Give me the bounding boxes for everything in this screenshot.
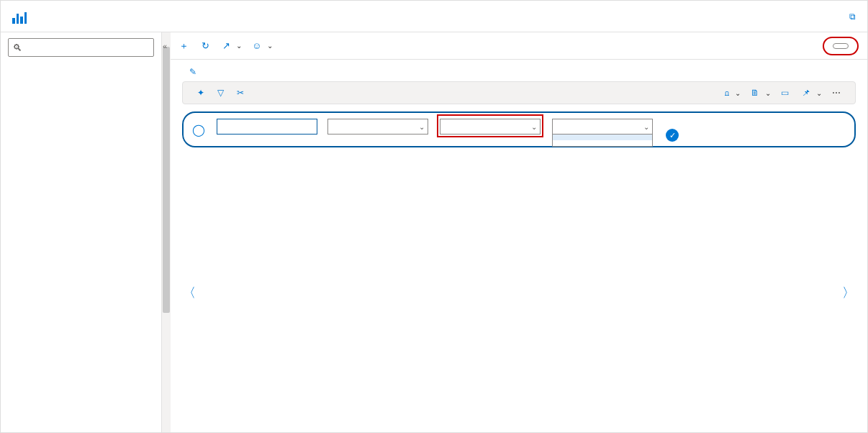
plus-icon: ＋ — [179, 40, 189, 53]
chevron-down-icon: ⌄ — [419, 123, 425, 131]
refresh-icon: ↻ — [202, 40, 209, 51]
namespace-selector[interactable]: ⌄ — [327, 117, 428, 135]
add-filter-button[interactable]: ▽ — [217, 88, 227, 98]
chevron-down-icon: ⌄ — [735, 89, 741, 97]
pin-dashboard-button[interactable]: 📌︎⌄ — [802, 88, 822, 98]
chevron-down-icon: ⌄ — [643, 123, 649, 131]
chevron-down-icon: ⌄ — [816, 89, 822, 97]
add-metric-icon: ✦ — [197, 88, 204, 98]
main-content: ＋ ↻ ↗⌄ ☺⌄ ✎ ✦ ▽ ✂ ⩍⌄ 🗎⌄ ▭ 📌︎⌄ ⋯ ◯ — [171, 32, 867, 432]
monitor-logo-icon — [12, 9, 27, 24]
logs-icon: 🗎 — [751, 88, 759, 98]
namespace-field[interactable]: ⌄ — [327, 119, 428, 135]
scope-icon: ◯ — [192, 117, 207, 132]
metric-selectors: ◯ ⌄ ⌄ ⌄ — [182, 111, 856, 147]
aggregation-dropdown — [552, 135, 653, 147]
edit-title-button[interactable]: ✎ — [189, 67, 196, 77]
sidebar-scrollbar[interactable] — [162, 32, 171, 432]
time-range-picker[interactable] — [833, 43, 849, 49]
chevron-down-icon: ⌄ — [267, 42, 273, 50]
aggregation-field[interactable]: ⌄ — [552, 119, 653, 135]
search-input[interactable] — [25, 42, 149, 53]
refresh-button[interactable]: ↻ — [202, 40, 212, 51]
more-options-button[interactable]: ⋯ — [832, 88, 841, 98]
apply-splitting-button[interactable]: ✂ — [237, 88, 247, 98]
more-icon: ⋯ — [832, 88, 841, 98]
chart-prev-button[interactable]: 〈 — [182, 153, 196, 432]
metric-selector[interactable]: ⌄ — [440, 117, 541, 135]
new-alert-button[interactable]: ▭ — [781, 88, 792, 98]
page-toolbar: ＋ ↻ ↗⌄ ☺⌄ — [171, 32, 867, 60]
aggregation-option-avg[interactable] — [553, 140, 652, 146]
documentation-link[interactable]: ⧉ — [846, 12, 856, 22]
main-layout: 🔍︎ « ＋ ↻ ↗⌄ ☺⌄ ✎ ✦ ▽ ✂ ⩍ — [1, 32, 867, 432]
chevron-down-icon: ⌄ — [236, 42, 242, 50]
aggregation-selector[interactable]: ⌄ — [552, 117, 653, 135]
chart-area: 〈 〉 — [182, 153, 856, 432]
split-icon: ✂ — [237, 88, 244, 98]
pin-icon: 📌︎ — [802, 88, 810, 98]
settings-heading — [1, 73, 161, 83]
line-chart-icon: ⩍ — [725, 88, 729, 98]
new-chart-button[interactable]: ＋ — [179, 40, 191, 53]
scope-field[interactable] — [217, 119, 317, 135]
add-metric-button[interactable]: ✦ — [197, 88, 207, 98]
metric-field[interactable]: ⌄ — [440, 119, 541, 135]
chart-title-row: ✎ — [171, 60, 867, 81]
apply-check-button[interactable]: ✓ — [666, 129, 679, 142]
chart-toolbar: ✦ ▽ ✂ ⩍⌄ 🗎⌄ ▭ 📌︎⌄ ⋯ — [182, 81, 856, 104]
collapse-sidebar-button[interactable]: « — [163, 42, 167, 50]
metric-highlight: ⌄ — [437, 114, 543, 137]
drill-logs-button[interactable]: 🗎⌄ — [751, 88, 771, 98]
sidebar-search[interactable]: 🔍︎ — [8, 38, 154, 57]
alert-icon: ▭ — [781, 88, 789, 98]
search-icon: 🔍︎ — [13, 42, 22, 53]
filter-icon: ▽ — [217, 88, 224, 98]
chevron-down-icon: ⌄ — [531, 123, 537, 131]
time-range-highlight — [823, 37, 859, 55]
chart-type-dropdown[interactable]: ⩍⌄ — [725, 88, 741, 98]
insights-heading — [1, 63, 161, 73]
smile-icon: ☺ — [252, 40, 261, 51]
chevron-down-icon: ⌄ — [765, 89, 771, 97]
chart-body — [196, 153, 841, 432]
scrollbar-thumb[interactable] — [163, 47, 170, 313]
sidebar: 🔍︎ — [1, 32, 162, 432]
aggregation-option-sum[interactable] — [553, 135, 652, 140]
page-header: ⧉ — [1, 1, 867, 32]
feedback-button[interactable]: ☺⌄ — [252, 40, 273, 51]
share-button[interactable]: ↗⌄ — [222, 40, 242, 51]
scope-selector[interactable] — [217, 117, 317, 135]
chart-next-button[interactable]: 〉 — [841, 153, 856, 432]
external-link-icon: ⧉ — [849, 12, 856, 22]
share-icon: ↗ — [222, 40, 230, 51]
